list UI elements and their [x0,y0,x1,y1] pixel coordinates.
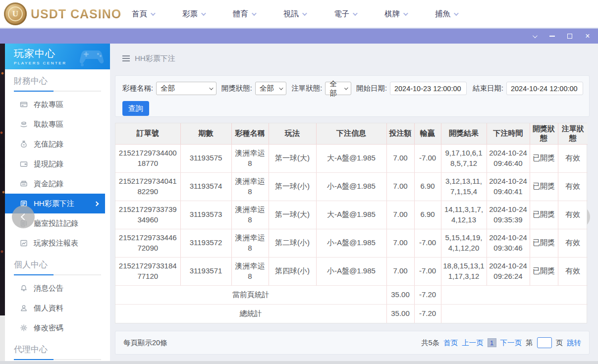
table-cell: 第一球(大) [269,201,316,229]
table-cell: 7.00 [386,201,414,229]
recharge-record-icon [20,140,28,148]
nav-label: 視訊 [283,9,299,19]
table-row: 215217297340418229031193574澳洲幸运8第一球(小)小-… [115,172,588,201]
table-cell: 9,17,10,6,18,5,7,12 [441,144,487,172]
table-cell: 7.00 [386,257,414,285]
sidebar-item-profile[interactable]: 個人資料 [5,298,105,318]
desktop-background-strip [0,44,5,315]
window-bottom-edge [0,361,598,364]
nav-label: 首頁 [132,9,147,19]
close-icon[interactable]: × [584,33,591,40]
sidebar-item-label: 提現記錄 [34,159,63,169]
chevron-left-icon [21,213,28,220]
table-cell: 已開獎 [530,172,558,201]
nav-item-home[interactable]: 首頁 [132,9,154,19]
first-page-link[interactable]: 首页 [443,338,458,348]
table-cell: 2152172973344672090 [115,229,180,257]
sidebar-item-label: 存款專區 [34,100,63,109]
table-cell: 2024-10-24 09:35:39 [487,201,530,229]
column-header: 玩法 [269,123,316,144]
table-cell: 7.00 [386,144,414,172]
column-header: 彩種名稱 [231,123,269,144]
sidebar-item-withdraw-zone[interactable]: 取款專區 [5,114,105,134]
table-cell: -7.00 [414,144,441,172]
table-cell: 已開獎 [530,201,558,229]
table-cell: 7.00 [386,172,414,201]
table-cell: 小-A盤@1.985 [316,172,386,201]
start-date-input[interactable] [390,82,467,95]
start-date-label: 開始日期: [356,84,387,93]
bets-table: 訂單號期數彩種名稱玩法下注信息投注額輸贏開獎結果下注時間開獎狀態注單狀態 215… [115,123,588,323]
filter-panel: 彩種名稱: 全部 開獎狀態: 全部 注單狀態: 全部 開始日期: 結束日期: 查… [115,75,590,117]
table-cell: 2024-10-24 09:40:41 [487,172,530,201]
end-date-label: 結束日期: [473,84,503,93]
menu-toggle-icon[interactable] [122,55,130,61]
nav-item-board-games[interactable]: 棋牌 [384,9,407,19]
chevron-down-icon [279,86,283,90]
withdrawal-record-icon [20,160,28,168]
profile-icon [20,304,28,312]
sidebar-item-player-bet-report[interactable]: 玩家投注報表 [5,233,105,253]
table-cell: -7.00 [414,229,441,257]
nav-item-fishing[interactable]: 捕魚 [435,9,457,19]
sidebar-item-label: HH彩票下注 [34,199,74,208]
summary-row: 總統計35.00-7.20 [115,304,588,323]
sidebar-item-label: 個人資料 [34,304,63,313]
table-cell: 31193574 [180,172,231,201]
table-cell: 2024-10-24 09:26:24 [487,257,530,285]
table-cell: 第四球(小) [269,257,316,285]
column-header: 投注額 [386,123,414,144]
section-divider [14,274,101,275]
page-jump-input[interactable] [537,337,552,348]
table-header-row: 訂單號期數彩種名稱玩法下注信息投注額輸贏開獎結果下注時間開獎狀態注單狀態 [115,123,588,144]
maximize-icon[interactable] [566,33,573,40]
sidebar-collapse-left-button[interactable] [12,206,35,228]
nav-label: 捕魚 [435,9,450,19]
lottery-name-select[interactable]: 全部 [156,82,217,95]
table-cell: 小-A盤@1.985 [316,257,386,285]
bets-table-panel: 訂單號期數彩種名稱玩法下注信息投注額輸贏開獎結果下注時間開獎狀態注單狀態 215… [115,123,587,323]
table-cell: 第一球(大) [269,144,316,172]
nav-item-slots[interactable]: 電子 [334,9,356,19]
summary-label: 總統計 [115,304,386,323]
sidebar-item-funds-record[interactable]: 資金記錄 [5,174,105,194]
minimize-icon[interactable] [548,33,555,40]
sidebar-item-announcements[interactable]: 消息公告 [5,278,105,298]
nav-item-live-video[interactable]: 視訊 [283,9,306,19]
sidebar-item-withdrawal-record[interactable]: 提現記錄 [5,154,105,174]
sidebar-item-recharge-record[interactable]: 充值記錄 [5,134,105,154]
window-menu-chevron-icon[interactable] [531,33,538,40]
sidebar-item-label: 消息公告 [34,284,63,293]
section-divider [14,359,101,360]
current-page[interactable]: 1 [488,338,496,347]
table-cell: 已開獎 [530,144,558,172]
table-cell: 澳洲幸运8 [231,229,269,257]
lottery-name-label: 彩種名稱: [122,84,153,93]
site-logo[interactable]: U USDT CASINO [4,2,123,25]
nav-label: 體育 [233,9,248,19]
table-row: 215217297344001877031193575澳洲幸运8第一球(大)大-… [115,144,588,172]
draw-status-label: 開獎狀態: [221,84,252,93]
chevron-down-icon [201,11,206,16]
next-page-link[interactable]: 下一页 [500,338,522,348]
draw-status-select[interactable]: 全部 [255,82,287,95]
lottery-name-value: 全部 [161,84,175,93]
announcements-icon [20,284,28,292]
gamepad-icon [78,47,107,66]
desktop-background-strip-bottom [0,315,5,361]
sidebar-item-change-password[interactable]: 修改密碼 [5,318,105,338]
table-cell: 2152172973373934960 [115,201,180,229]
table-cell: 有效 [558,172,588,201]
logo-badge-icon: U [4,2,27,25]
window-titlebar: × [0,29,598,44]
end-date-input[interactable] [506,82,583,95]
order-status-select[interactable]: 全部 [325,82,351,95]
table-cell: 澳洲幸运8 [231,172,269,201]
jump-link[interactable]: 跳转 [567,338,581,348]
prev-page-link[interactable]: 上一页 [462,338,484,348]
nav-item-lottery[interactable]: 彩票 [182,9,205,19]
search-button[interactable]: 查詢 [122,101,149,116]
table-row: 215217297331847712031193571澳洲幸运8第四球(小)小-… [115,257,588,285]
nav-item-sports[interactable]: 體育 [233,9,255,19]
sidebar-item-deposit-zone[interactable]: 存款專區 [5,95,105,114]
